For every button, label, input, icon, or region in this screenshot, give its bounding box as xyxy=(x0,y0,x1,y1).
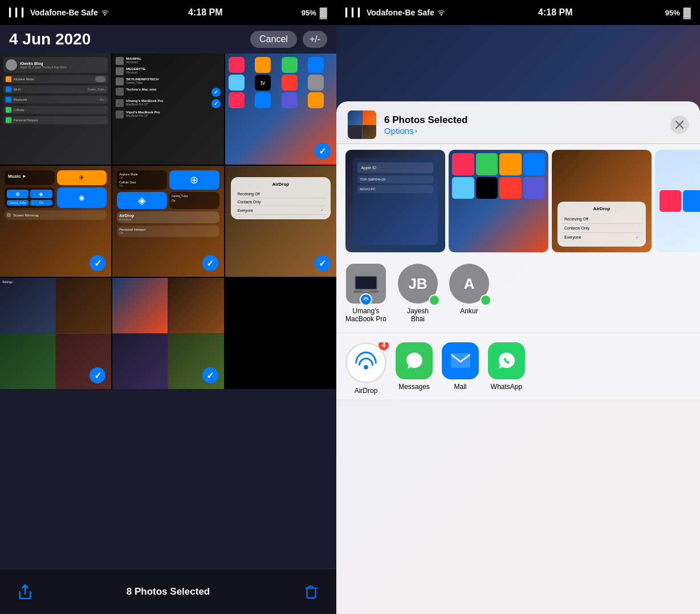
close-button[interactable] xyxy=(670,116,689,134)
app-messages-item[interactable]: Messages xyxy=(396,342,433,395)
cc-screen-icon: ⊡ xyxy=(7,212,11,218)
mini-profile-sub: Apple ID, iCloud, iTunes & App Store xyxy=(20,66,67,69)
jayesh-online-indicator xyxy=(429,294,440,306)
check-6: ✓ xyxy=(315,255,331,271)
mini-device-name-4: Techno's Mac mini xyxy=(126,88,156,91)
cc-bt: ◈ xyxy=(30,190,52,198)
share-sheet-header: 6 Photos Selected Options › xyxy=(336,101,700,144)
photo-thumb-8[interactable]: ✓ xyxy=(112,278,223,389)
ankur-avatar-wrap: A xyxy=(449,264,489,304)
pi2-icon1 xyxy=(452,153,474,175)
photo-thumb-4[interactable]: Music ► ✈ ⊕ ◈ Geeks_Tube On ◉ ⊡ xyxy=(0,166,111,277)
pi-1-r3-text: NOVO-PC xyxy=(360,187,431,191)
svg-rect-2 xyxy=(356,277,376,289)
share-button-left[interactable] xyxy=(14,580,36,603)
pi-2-content xyxy=(449,150,548,252)
preview-strip[interactable]: Apple ID TOP-SMP84HJD NOVO-PC xyxy=(336,144,700,258)
mini-app-10 xyxy=(255,92,271,108)
mini-airdrop-check: ✓ xyxy=(320,208,324,212)
mini-app-12 xyxy=(308,92,324,108)
whatsapp-label: WhatsApp xyxy=(491,383,522,391)
pi-1-row2: TOP-SMP84HJD xyxy=(357,175,433,183)
umang-avatar-wrap xyxy=(346,264,386,304)
options-label[interactable]: Options xyxy=(384,126,414,136)
pi-1-inner: Apple ID TOP-SMP84HJD NOVO-PC xyxy=(353,158,438,245)
pi-3-menu: AirDrop Receiving Off Contacts Only Ever… xyxy=(557,202,646,247)
photo-thumb-1[interactable]: iGeeks Blog Apple ID, iCloud, iTunes & A… xyxy=(0,54,111,165)
jayesh-name: JayeshBhai xyxy=(407,307,429,324)
pi-3-check: ✓ xyxy=(636,235,639,240)
airdrop-icon-wrap: 4 xyxy=(345,342,386,383)
left-battery-icon: ▓ xyxy=(320,7,327,19)
whatsapp-app-icon xyxy=(488,342,525,379)
share-thumb-preview xyxy=(348,110,376,139)
left-status-carrier-area: ▎▎▎ Vodafone-Be Safe xyxy=(9,8,109,17)
cc-airplane: ✈ xyxy=(57,170,107,185)
mini-avatar xyxy=(6,59,17,71)
cc-airplane-icon: ✈ xyxy=(79,174,84,182)
plus-minus-button[interactable]: +/- xyxy=(303,31,327,48)
svg-rect-4 xyxy=(363,290,369,292)
mini-device-row-3: SKYLINEINFOTECH Geeks_Tube xyxy=(116,77,220,85)
preview-q4 xyxy=(363,125,377,140)
cc2-labels: Geeks_Tube On xyxy=(169,192,219,209)
photo-thumb-7[interactable]: Settings ✓ xyxy=(0,278,111,389)
mini-wifi-value: Geeks_Tube › xyxy=(88,88,106,91)
mini-device-row: MAHIPAL Windows xyxy=(116,57,220,65)
mini-airplane-label: Airplane Mode xyxy=(14,77,34,81)
right-status-bar: ▎▎▎ Vodafone-Be Safe 4:18 PM 95% ▓ xyxy=(336,0,700,25)
cc-bt-label: On xyxy=(30,200,52,206)
photo-thumb-5[interactable]: Airplane Mode Off Cellular Data On ⊕ ◈ G… xyxy=(112,166,223,277)
mini-app-4 xyxy=(308,57,324,73)
cc2-cell: Airplane Mode Off Cellular Data On xyxy=(117,170,167,190)
airdrop-label: AirDrop xyxy=(355,387,378,395)
mini-device-sub-3: Geeks_Tube xyxy=(126,81,158,84)
cancel-button[interactable]: Cancel xyxy=(250,31,297,48)
apps-grid: 4 AirDrop Messages xyxy=(345,342,691,395)
person-ankur[interactable]: A Ankur xyxy=(449,264,489,324)
control-center-thumb-2: Airplane Mode Off Cellular Data On ⊕ ◈ G… xyxy=(112,166,223,241)
mini-device-row-5: Umang's MacBook Pro MacBook Pro 13" ✓ xyxy=(116,99,220,108)
app-whatsapp-item[interactable]: WhatsApp xyxy=(488,342,525,395)
options-row[interactable]: Options › xyxy=(384,126,662,136)
app-airdrop-item[interactable]: 4 AirDrop xyxy=(345,342,386,395)
preview-image-2 xyxy=(449,150,548,252)
photo-thumb-3[interactable]: tv ✓ xyxy=(225,54,336,165)
mini-device-sub-5: MacBook Pro 13" xyxy=(126,103,163,106)
mini-airplane-toggle xyxy=(95,76,105,82)
pi-1-text: Apple ID xyxy=(361,166,430,170)
person-umang[interactable]: Umang'sMacBook Pro xyxy=(345,264,386,324)
cc2-wifi-icon: ⊕ xyxy=(190,174,198,186)
person-jayesh[interactable]: JB JayeshBhai xyxy=(398,264,438,324)
mini-hotspot-icon xyxy=(6,117,11,123)
right-wifi-icon xyxy=(437,8,446,17)
cc-grid: Music ► ✈ ⊕ ◈ Geeks_Tube On ◉ xyxy=(5,170,107,208)
pi-4-content xyxy=(655,150,700,252)
mini-app-5 xyxy=(229,75,245,91)
mini-app-2 xyxy=(255,57,271,73)
homescreen-thumbnail: tv xyxy=(225,54,336,112)
mini-device-icon-5 xyxy=(116,99,124,107)
jayesh-avatar-wrap: JB xyxy=(398,264,438,304)
app-mail-item[interactable]: Mail xyxy=(442,342,479,395)
preview-q1 xyxy=(348,110,362,125)
photo-thumb-2[interactable]: MAHIPAL Windows MEGEBYTE Windows SKYLINE… xyxy=(112,54,223,165)
mail-label: Mail xyxy=(454,383,466,391)
trash-button[interactable] xyxy=(300,580,323,603)
pi-3-content: AirDrop Receiving Off Contacts Only Ever… xyxy=(552,150,652,252)
pi2-icon8 xyxy=(523,177,546,199)
mixed-2-q3 xyxy=(112,334,168,389)
left-time-label: 4:18 PM xyxy=(188,7,222,18)
cc2-label-1-val: Off xyxy=(119,176,165,179)
mini-app-9 xyxy=(229,92,245,108)
left-bottom-bar: 8 Photos Selected xyxy=(0,568,336,614)
mini-device-row-4: Techno's Mac mini ✓ xyxy=(116,88,220,97)
ankur-name: Ankur xyxy=(460,307,478,315)
mini-wifi-icon xyxy=(6,87,11,92)
mini-app-8 xyxy=(308,75,324,91)
right-status-carrier-area: ▎▎▎ Vodafone-Be Safe xyxy=(345,8,446,17)
mini-device-sub-2: Windows xyxy=(126,71,145,74)
cc2-label-2-val: On xyxy=(119,184,165,187)
photo-thumb-6[interactable]: AirDrop Receiving Off Contacts Only Ever… xyxy=(225,166,336,277)
pi2-icon5 xyxy=(452,177,474,199)
